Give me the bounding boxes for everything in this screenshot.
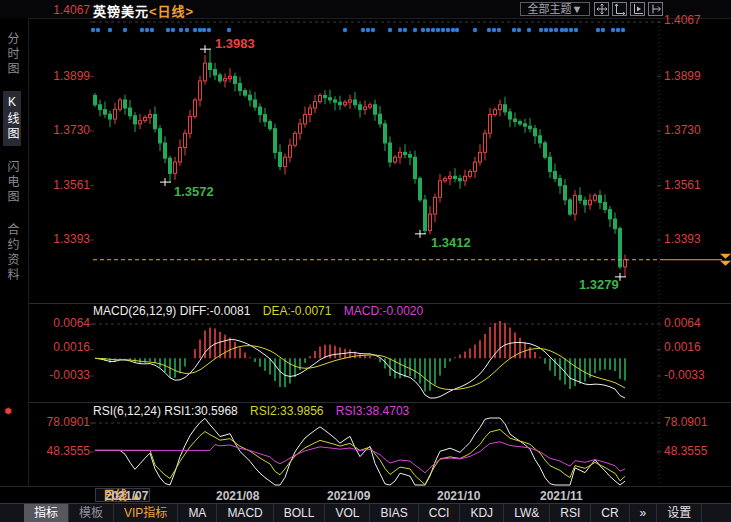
rsi-tick-label: 48.3555 [664,445,728,458]
x-axis-play-icon[interactable] [630,2,645,16]
toolbar-item-ma[interactable]: MA [178,504,217,522]
macd-tick-label: 0.0016 [30,341,90,354]
chart-title: 英镑美元<日线> [93,1,194,20]
x-tick-label: 2021/11 [540,489,583,503]
y-tick-label: 1.4067 [30,4,90,17]
rsi1-value: RSI(6,12,24) RSI1:30.5968 [93,404,238,418]
x-tick-label: 2021/08 [216,489,259,503]
x-tick-label: 2021/10 [437,489,480,503]
toolbar-item-kdj[interactable]: KDJ [460,504,504,522]
toolbar-item-cci[interactable]: CCI [419,504,461,522]
macd-tick-label: 0.0016 [664,341,728,354]
svg-text:1.3983: 1.3983 [215,36,255,51]
macd-diff-value: MACD(26,12,9) DIFF:-0.0081 [93,304,250,318]
trading-app-window: 1.35721.39831.34121.3279 英镑美元<日线> 全部主题▼ … [0,0,731,522]
y-tick-label: 1.3393 [664,233,728,246]
rsi-readout: RSI(6,12,24) RSI1:30.5968 RSI2:33.9856 R… [93,404,409,418]
crosshair-icon[interactable] [594,2,609,16]
y-tick-label: 1.3899 [30,70,90,83]
toolbar-item-templates[interactable]: 模板 [69,504,114,522]
y-axis-scale-icon[interactable] [612,2,627,16]
sidebar-tab-contract-info[interactable]: 合约资料 [3,219,21,287]
macd-tick-label: 0.0064 [664,317,728,330]
y-tick-label: 1.4067 [664,14,728,27]
y-tick-label: 1.3561 [30,179,90,192]
toolbar-item-indicators[interactable]: 指标 [24,504,69,522]
svg-text:1.3412: 1.3412 [431,235,471,250]
symbol-name: 英镑美元 [93,4,149,19]
y-tick-label: 1.3899 [664,70,728,83]
toolbar-item-rsi[interactable]: RSI [550,504,591,522]
rsi2-value: RSI2:33.9856 [250,404,323,418]
x-tick-label: 2021/07 [105,489,148,503]
macd-readout: MACD(26,12,9) DIFF:-0.0081 DEA:-0.0071 M… [93,304,423,318]
theme-selector-button[interactable]: 全部主题▼ [520,2,590,16]
svg-text:1.3279: 1.3279 [579,277,619,292]
toolbar-item-vol[interactable]: VOL [325,504,370,522]
y-tick-label: 1.3730 [664,124,728,137]
macd-tick-label: 0.0064 [30,317,90,330]
pan-right-icon[interactable] [648,2,663,16]
top-bar: 英镑美元<日线> 全部主题▼ [0,0,731,19]
y-tick-label: 1.3561 [664,179,728,192]
sidebar-tab-time-chart[interactable]: 分时图 [3,28,21,81]
y-tick-label: 1.3730 [30,124,90,137]
x-tick-label: 2021/09 [327,489,370,503]
rsi-tick-label: 48.3555 [30,445,90,458]
rsi-tick-label: 78.0901 [30,416,90,429]
toolbar-item-macd[interactable]: MACD [217,504,273,522]
sidebar-tab-kline-chart[interactable]: K线图 [3,91,21,146]
y-tick-label: 1.3393 [30,233,90,246]
toolbar-item-bias[interactable]: BIAS [370,504,418,522]
toolbar-item-more[interactable]: » [630,504,658,522]
indicator-toolbar: 指标模板VIP指标MAMACDBOLLVOLBIASCCIKDJLW&RSICR… [0,503,731,522]
x-axis-row: 日线 ▲ 2021/07 2021/08 2021/09 2021/10 202… [0,486,731,504]
macd-tick-label: -0.0033 [664,369,728,382]
macd-tick-label: -0.0033 [30,369,90,382]
rsi3-value: RSI3:38.4703 [336,404,409,418]
toolbar-item-cr[interactable]: CR [591,504,629,522]
svg-text:1.3572: 1.3572 [174,184,214,199]
macd-dea-value: DEA:-0.0071 [263,304,332,318]
toolbar-item-settings[interactable]: 设置 [657,504,702,522]
sidebar-tab-flash-chart[interactable]: 闪电图 [3,156,21,209]
toolbar-item-boll[interactable]: BOLL [274,504,326,522]
macd-macd-value: MACD:-0.0020 [344,304,423,318]
indicator-settings-icon[interactable]: ✹ [1,404,15,418]
toolbar-item-vip-indicators[interactable]: VIP指标 [114,504,178,522]
toolbar-item-lwr[interactable]: LW& [504,504,550,522]
rsi-tick-label: 78.0901 [664,416,728,429]
chart-canvas[interactable]: 1.35721.39831.34121.3279 [0,0,731,522]
period-tag: <日线> [149,4,194,19]
